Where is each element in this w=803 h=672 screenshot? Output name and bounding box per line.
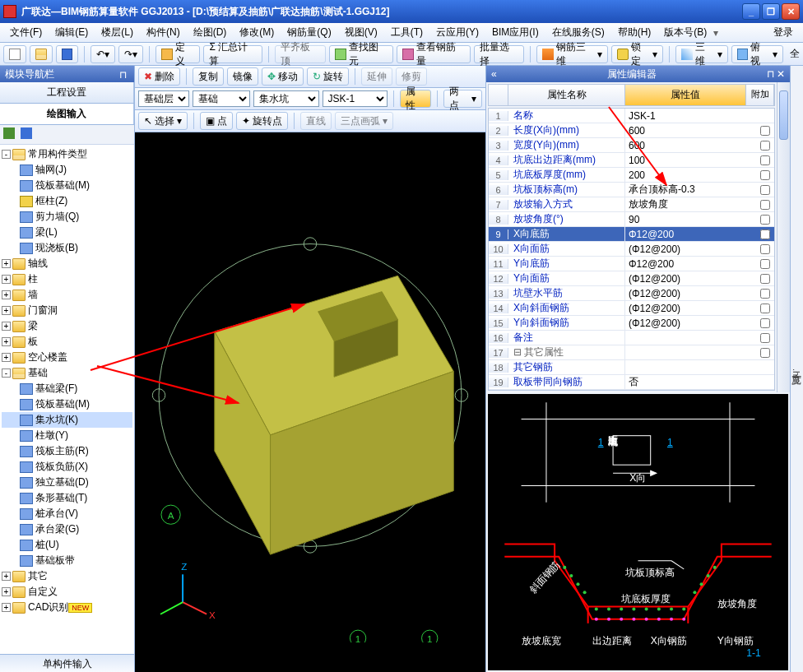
item-select[interactable]: JSK-1	[323, 90, 388, 107]
tree-item[interactable]: 梁(L)	[35, 225, 58, 239]
expand-icon[interactable]: +	[2, 322, 11, 331]
property-button[interactable]: 属性	[400, 90, 431, 108]
extra-checkbox[interactable]	[760, 126, 770, 136]
rotate-point-tool[interactable]: ✦旋转点	[236, 112, 288, 130]
expand-icon[interactable]: +	[2, 603, 11, 612]
extra-checkbox[interactable]	[760, 185, 770, 195]
extra-checkbox[interactable]	[760, 304, 770, 313]
extra-checkbox[interactable]	[760, 333, 770, 343]
tree-item[interactable]: 框柱(Z)	[35, 194, 67, 208]
tree-item[interactable]: 集水坑(K)	[2, 412, 132, 428]
point-tool[interactable]: ▣点	[200, 112, 233, 130]
define-button[interactable]: 定义	[155, 45, 200, 63]
view-top-button[interactable]: 俯视▾	[731, 45, 783, 63]
tree-item[interactable]: 基础梁(F)	[2, 381, 132, 396]
tree-item[interactable]: 承台梁(G)	[2, 521, 132, 537]
property-row[interactable]: 18 其它钢筋	[489, 360, 774, 375]
tree-item[interactable]: 剪力墙(Q)	[35, 210, 79, 224]
redo-button[interactable]: ↷▾	[118, 45, 143, 63]
extra-checkbox[interactable]	[760, 348, 770, 358]
tree-item[interactable]: 门窗洞	[28, 304, 58, 317]
expand-icon[interactable]: +	[2, 259, 11, 268]
extra-checkbox[interactable]	[760, 318, 770, 328]
property-scrollbar[interactable]	[777, 82, 790, 392]
tree-item[interactable]: 筏板负筋(X)	[2, 459, 132, 475]
col-value[interactable]: 属性值	[625, 85, 746, 105]
extend-button[interactable]: 延伸	[361, 67, 392, 86]
col-name[interactable]: 属性名称	[508, 85, 625, 105]
property-row[interactable]: 11 Y向底筋 Φ12@200	[489, 257, 774, 271]
component-tree[interactable]: -常用构件类型 轴网(J) 筏板基础(M) 框柱(Z) 剪力墙(Q) 梁(L) …	[0, 145, 134, 654]
tab-single-component[interactable]: 单构件输入	[0, 654, 134, 672]
tree-item[interactable]: 现浇板(B)	[35, 241, 78, 255]
tree-item[interactable]: 筏板基础(M)	[2, 396, 132, 412]
login-link[interactable]: 登录	[767, 23, 800, 42]
tree-item[interactable]: 梁	[28, 319, 38, 333]
expand-icon[interactable]: +	[2, 587, 11, 596]
property-row[interactable]: 2 长度(X向)(mm) 600	[489, 123, 774, 138]
delete-button[interactable]: ✖删除	[138, 67, 180, 86]
expand-icon[interactable]: +	[2, 353, 11, 362]
line-tool[interactable]: 直线	[300, 112, 332, 130]
property-row[interactable]: 16 备注	[489, 331, 774, 345]
extra-checkbox[interactable]	[760, 155, 770, 165]
flatten-button[interactable]: 平齐板顶	[275, 45, 325, 63]
expand-icon[interactable]: +	[2, 275, 11, 284]
move-button[interactable]: ✥移动	[262, 67, 304, 86]
rotate-button[interactable]: ↻旋转	[307, 67, 349, 86]
property-row[interactable]: 12 Y向面筋 (Φ12@200)	[489, 271, 774, 286]
menu-file[interactable]: 文件(F)	[3, 23, 49, 42]
tree-item[interactable]: 桩(U)	[2, 537, 132, 553]
property-row[interactable]: 13 坑壁水平筋 (Φ12@200)	[489, 286, 774, 301]
panel-pin-icon[interactable]: ⊓ ✕	[767, 68, 785, 80]
menu-dropdown-icon[interactable]: ▾	[713, 27, 718, 39]
sum-button[interactable]: Σ 汇总计算	[203, 45, 262, 63]
property-row[interactable]: 5 坑底板厚度(mm) 200	[489, 168, 774, 183]
tree-item[interactable]: 其它	[28, 569, 48, 583]
new-button[interactable]	[3, 45, 26, 63]
expand-icon[interactable]: -	[2, 150, 11, 159]
property-row[interactable]: 10 X向面筋 (Φ12@200)	[489, 242, 774, 257]
property-row[interactable]: 9 X向底筋 Φ12@200	[489, 227, 774, 242]
tree-item[interactable]: 轴线	[28, 257, 48, 271]
two-point-button[interactable]: 两点▾	[443, 90, 482, 108]
rebar-3d-button[interactable]: 钢筋三维▾	[536, 45, 608, 63]
expand-icon[interactable]: +	[2, 337, 11, 346]
tree-item[interactable]: 桩承台(V)	[2, 506, 132, 521]
extra-checkbox[interactable]	[760, 170, 770, 180]
copy-button[interactable]: 复制	[193, 67, 224, 86]
menu-floor[interactable]: 楼层(L)	[95, 23, 140, 42]
tree-item[interactable]: 基础板带	[2, 553, 132, 568]
save-button[interactable]	[56, 45, 79, 63]
trim-button[interactable]: 修剪	[396, 67, 427, 86]
tree-item[interactable]: 柱	[28, 272, 38, 286]
extra-checkbox[interactable]	[760, 141, 770, 151]
layer-select[interactable]: 基础层	[138, 90, 189, 107]
tree-tool-icon[interactable]	[3, 127, 15, 139]
extra-checkbox[interactable]	[760, 200, 770, 210]
property-row[interactable]: 6 坑板顶标高(m) 承台顶标高-0.3	[489, 183, 774, 197]
tree-tool2-icon[interactable]	[21, 127, 32, 139]
category-select[interactable]: 基础	[193, 90, 250, 107]
property-row[interactable]: 3 宽度(Y向)(mm) 600	[489, 138, 774, 153]
tree-item[interactable]: 条形基础(T)	[2, 490, 132, 506]
lock-button[interactable]: 锁定▾	[611, 45, 663, 63]
pin-icon[interactable]: ⊓ ✕	[119, 69, 129, 79]
extra-checkbox[interactable]	[760, 244, 770, 254]
tab-project-setup[interactable]: 工程设置	[0, 82, 134, 103]
maximize-button[interactable]: ❐	[762, 3, 780, 20]
property-row[interactable]: 14 X向斜面钢筋 (Φ12@200)	[489, 301, 774, 316]
extra-checkbox[interactable]	[760, 274, 770, 284]
open-button[interactable]	[30, 45, 53, 63]
col-extra[interactable]: 附加	[746, 85, 774, 105]
batch-select-button[interactable]: 批量选择	[474, 45, 524, 63]
toolbar-overflow[interactable]: 全	[790, 47, 800, 61]
tree-item[interactable]: 板	[28, 335, 38, 349]
expand-icon[interactable]: +	[2, 290, 11, 299]
viewport-3d[interactable]: A 1 1 Z X	[135, 132, 485, 672]
expand-icon[interactable]: +	[2, 306, 11, 315]
find-rebar-button[interactable]: 查看钢筋量	[397, 45, 471, 63]
property-row[interactable]: 7 放坡输入方式 放坡角度	[489, 197, 774, 212]
tree-item[interactable]: 柱墩(Y)	[2, 428, 132, 443]
mirror-button[interactable]: 镜像	[227, 67, 258, 86]
